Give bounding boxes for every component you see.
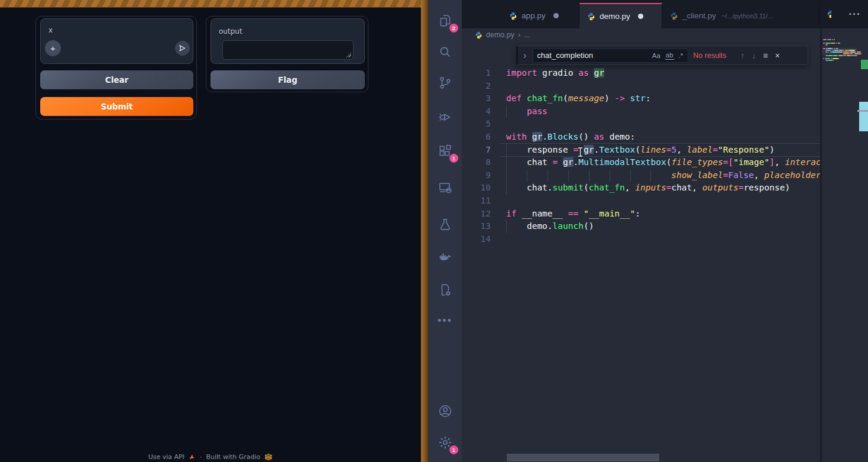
built-with-gradio-link[interactable]: Built with Gradio — [206, 453, 260, 461]
find-widget: › chat_completion Aa ab .* No results ↑ … — [516, 46, 808, 65]
code-line[interactable]: 5 — [462, 118, 820, 131]
sidebar-item-task-config[interactable] — [428, 276, 462, 304]
code-line[interactable]: 13 demo.launch() — [462, 220, 820, 233]
overview-ruler-slider-line — [857, 110, 868, 112]
editor-actions: ··· — [831, 0, 868, 28]
clear-button[interactable]: Clear — [40, 70, 193, 89]
remote-explorer-icon — [438, 180, 453, 195]
sidebar-item-account[interactable] — [428, 397, 462, 425]
output-textarea[interactable] — [222, 40, 354, 60]
code-line[interactable]: 7 response = gr.Textbox(lines=5, label="… — [462, 144, 820, 157]
code-line[interactable]: 10 chat.submit(chat_fn, inputs=chat, out… — [462, 182, 820, 195]
sidebar-item-settings[interactable]: 1 — [428, 428, 462, 457]
code-line[interactable]: 6with gr.Blocks() as demo: — [462, 131, 820, 144]
file-gear-icon — [438, 282, 453, 298]
git-branch-icon — [438, 75, 453, 91]
gradio-app-window: x + Clear Submit output Flag Use via API — [0, 0, 421, 462]
sidebar-item-remote-explorer[interactable] — [428, 173, 462, 202]
code-line[interactable]: 14 — [462, 233, 820, 246]
line-number: 7 — [462, 144, 491, 157]
tab-description: ~/.../python3.11/... — [721, 12, 773, 20]
breadcrumb-file[interactable]: demo.py — [486, 31, 514, 39]
minimap-content — [823, 39, 856, 462]
output-card: output Flag — [206, 16, 368, 92]
search-icon — [438, 44, 453, 60]
sidebar-item-explorer[interactable]: 2 — [428, 7, 462, 35]
submit-button-label: Submit — [101, 102, 132, 111]
sidebar-item-source-control[interactable] — [428, 69, 462, 97]
more-actions-button[interactable]: ··· — [849, 9, 861, 20]
flag-button[interactable]: Flag — [210, 70, 365, 89]
line-number: 13 — [462, 220, 491, 233]
whole-word-toggle[interactable]: ab — [665, 51, 675, 60]
code-line[interactable]: 11 — [462, 195, 820, 208]
loading-stripes-bar — [0, 0, 421, 8]
previous-match-button[interactable]: ↑ — [740, 51, 746, 60]
line-number: 12 — [462, 208, 491, 221]
next-match-button[interactable]: ↓ — [751, 51, 757, 60]
sidebar-item-search[interactable] — [428, 38, 462, 66]
resize-grip-icon[interactable] — [346, 52, 351, 57]
python-icon — [587, 12, 595, 21]
breadcrumb-more[interactable]: ... — [524, 31, 530, 39]
send-button[interactable] — [175, 41, 190, 56]
tab-label: demo.py — [600, 12, 630, 21]
code-line[interactable]: 12if __name__ == "__main__": — [462, 208, 820, 221]
minimap[interactable] — [822, 28, 857, 462]
use-via-api-link[interactable]: Use via API — [148, 453, 184, 461]
multimodal-input-block[interactable]: x + — [40, 18, 193, 64]
plus-icon: + — [50, 43, 56, 53]
activity-bar: 2 1 — [428, 0, 462, 462]
line-number: 1 — [462, 67, 491, 80]
modified-dot-icon[interactable] — [638, 14, 643, 19]
find-status: No results — [693, 51, 726, 60]
tab-app-py[interactable]: app.py — [501, 3, 579, 28]
line-number: 5 — [462, 118, 491, 131]
horizontal-scrollbar[interactable] — [507, 454, 659, 461]
footer-separator: · — [200, 453, 202, 461]
editor-tab-bar: app.py demo.py _client.py ~/.../python3.… — [462, 0, 868, 28]
vscode-window: 2 1 — [428, 0, 868, 462]
code-line[interactable]: 9 show_label=False, placeholder= — [462, 169, 820, 182]
tab-demo-py[interactable]: demo.py — [579, 3, 662, 28]
sidebar-item-more[interactable]: ••• — [428, 306, 462, 335]
account-icon — [438, 403, 453, 419]
flag-button-label: Flag — [278, 75, 297, 85]
submit-button[interactable]: Submit — [40, 97, 193, 116]
code-line[interactable]: 8 chat = gr.MultimodalTextbox(file_types… — [462, 156, 820, 169]
attach-file-button[interactable]: + — [45, 40, 61, 56]
line-number: 8 — [462, 156, 491, 169]
code-line[interactable]: 2 — [462, 80, 820, 93]
sidebar-item-docker[interactable] — [428, 242, 462, 270]
code-line[interactable]: 3def chat_fn(message) -> str: — [462, 92, 820, 105]
find-input[interactable]: chat_completion Aa ab .* — [533, 49, 688, 63]
gradio-logo-icon — [264, 453, 273, 460]
tab-client-py[interactable]: _client.py ~/.../python3.11/... — [662, 3, 820, 28]
sidebar-item-testing[interactable] — [428, 211, 462, 239]
clear-button-label: Clear — [105, 75, 128, 85]
rocket-icon — [189, 453, 196, 460]
line-number: 2 — [462, 80, 491, 93]
find-in-selection-button[interactable]: ≡ — [762, 51, 769, 60]
toggle-replace-chevron[interactable]: › — [522, 50, 528, 61]
modified-dot-icon[interactable] — [553, 13, 559, 18]
explorer-badge: 2 — [449, 24, 458, 33]
code-line[interactable]: 1import gradio as gr — [462, 67, 820, 80]
input-card: x + Clear Submit — [35, 16, 197, 119]
code-line[interactable]: 4 pass — [462, 105, 820, 118]
close-find-button[interactable]: × — [774, 51, 781, 60]
debug-icon — [438, 109, 453, 124]
sidebar-item-run-debug[interactable] — [428, 102, 462, 131]
match-case-toggle[interactable]: Aa — [651, 51, 662, 60]
regex-toggle[interactable]: .* — [678, 51, 685, 60]
python-icon — [670, 12, 678, 20]
find-query[interactable]: chat_completion — [537, 51, 647, 60]
editor-viewport[interactable]: 1import gradio as gr23def chat_fn(messag… — [462, 41, 820, 462]
tab-label: app.py — [522, 11, 546, 20]
sidebar-item-extensions[interactable]: 1 — [428, 137, 462, 165]
gradio-footer: Use via API · Built with Gradio — [0, 451, 421, 462]
line-number: 9 — [462, 169, 491, 182]
breadcrumb-separator-icon: › — [518, 31, 520, 39]
extensions-badge: 1 — [449, 154, 458, 163]
settings-badge: 1 — [449, 445, 458, 454]
